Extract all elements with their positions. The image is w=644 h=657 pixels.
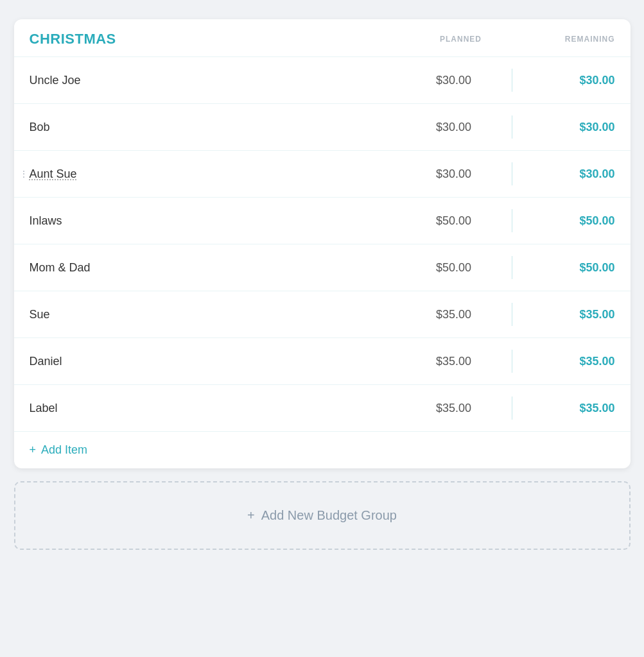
row-remaining: $35.00: [512, 402, 615, 415]
add-budget-group-button[interactable]: + Add New Budget Group: [14, 481, 631, 550]
table-row: Bob $30.00 $30.00: [14, 103, 631, 150]
table-row: Daniel $35.00 $35.00: [14, 337, 631, 384]
row-planned: $30.00: [403, 167, 505, 181]
row-planned: $35.00: [403, 402, 505, 415]
table-row: Sue $35.00 $35.00: [14, 291, 631, 337]
row-planned: $50.00: [403, 214, 505, 228]
add-budget-icon: +: [247, 508, 255, 523]
row-remaining: $35.00: [512, 355, 615, 368]
budget-header: CHRISTMAS PLANNED REMAINING: [14, 19, 631, 56]
table-row: Mom & Dad $50.00 $50.00: [14, 244, 631, 291]
row-remaining: $35.00: [512, 308, 615, 321]
row-label: Bob: [30, 121, 403, 134]
row-remaining: $50.00: [512, 214, 615, 228]
row-planned: $30.00: [403, 74, 505, 87]
table-row: Inlaws $50.00 $50.00: [14, 197, 631, 244]
row-label: Uncle Joe: [30, 74, 403, 87]
remaining-column-header: REMAINING: [512, 35, 615, 44]
budget-table: Uncle Joe $30.00 $30.00 Bob $30.00 $30.0…: [14, 56, 631, 431]
table-row: Label $35.00 $35.00: [14, 384, 631, 431]
add-item-icon: +: [30, 443, 37, 457]
add-item-row[interactable]: + Add Item: [14, 431, 631, 468]
planned-column-header: PLANNED: [410, 35, 512, 44]
row-planned: $50.00: [403, 261, 505, 275]
budget-card: CHRISTMAS PLANNED REMAINING Uncle Joe $3…: [14, 19, 631, 468]
row-remaining: $30.00: [512, 121, 615, 134]
add-item-label: Add Item: [41, 443, 87, 457]
row-planned: $35.00: [403, 355, 505, 368]
budget-title: CHRISTMAS: [30, 31, 410, 47]
row-planned: $30.00: [403, 121, 505, 134]
row-label: Sue: [30, 308, 403, 321]
drag-handle-icon[interactable]: ⋮: [19, 169, 28, 179]
table-row: ⋮ Aunt Sue $30.00 $30.00: [14, 150, 631, 197]
row-label: Inlaws: [30, 214, 403, 228]
row-label: Mom & Dad: [30, 261, 403, 275]
row-remaining: $30.00: [512, 74, 615, 87]
page-wrapper: CHRISTMAS PLANNED REMAINING Uncle Joe $3…: [14, 19, 631, 550]
row-planned: $35.00: [403, 308, 505, 321]
row-remaining: $30.00: [512, 167, 615, 181]
table-row: Uncle Joe $30.00 $30.00: [14, 56, 631, 103]
row-label: Aunt Sue: [30, 167, 403, 181]
row-label: Daniel: [30, 355, 403, 368]
row-remaining: $50.00: [512, 261, 615, 275]
add-budget-label: Add New Budget Group: [261, 508, 397, 523]
row-label: Label: [30, 402, 403, 415]
